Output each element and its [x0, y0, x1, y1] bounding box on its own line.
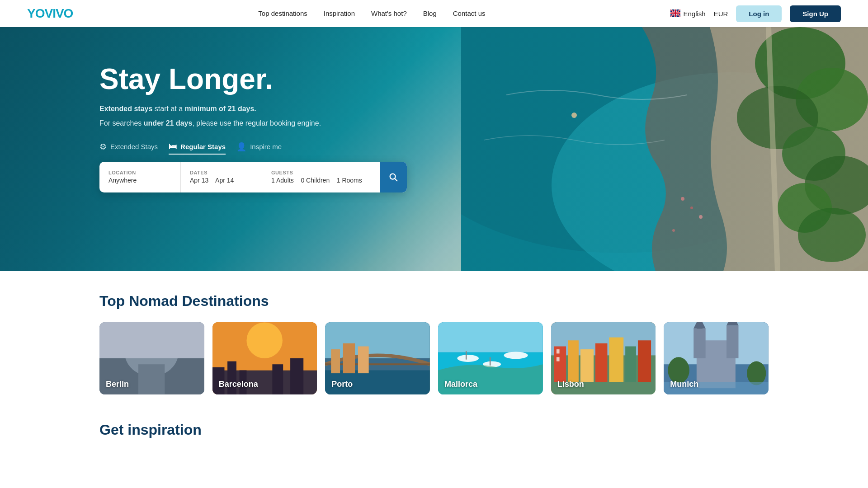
svg-rect-38: [358, 347, 369, 374]
nav-item-inspiration[interactable]: Inspiration: [324, 9, 355, 18]
currency-selector[interactable]: EUR: [714, 10, 728, 18]
mallorca-label: Mallorca: [444, 380, 477, 389]
nav-right: English EUR Log in Sign Up: [670, 5, 841, 22]
svg-rect-36: [331, 349, 340, 373]
svg-rect-51: [580, 349, 594, 382]
regular-stays-icon: 🛏: [169, 142, 177, 151]
svg-rect-33: [325, 322, 430, 358]
svg-rect-22: [99, 322, 204, 358]
svg-point-67: [747, 361, 766, 385]
svg-rect-21: [138, 364, 165, 394]
destination-porto[interactable]: Porto: [325, 322, 430, 394]
nav-item-top-destinations[interactable]: Top destinations: [258, 9, 307, 18]
location-label: Location: [108, 170, 171, 175]
location-field[interactable]: Location Anywhere: [99, 162, 181, 192]
svg-rect-49: [554, 347, 566, 382]
svg-rect-53: [609, 338, 623, 382]
svg-rect-61: [694, 328, 706, 358]
extended-stays-icon: ⚙: [99, 142, 107, 152]
svg-rect-54: [625, 347, 636, 382]
inspire-me-icon: 👤: [236, 142, 246, 152]
destinations-grid: Berlin Barcelona: [99, 322, 769, 394]
guests-field[interactable]: Guests 1 Adults – 0 Children – 1 Rooms: [262, 162, 380, 192]
brand-logo[interactable]: YOVIVO: [27, 6, 73, 21]
lisbon-label: Lisbon: [557, 380, 584, 389]
svg-marker-65: [726, 322, 738, 325]
svg-rect-30: [272, 364, 283, 394]
tab-regular-stays[interactable]: 🛏 Regular Stays: [169, 142, 226, 155]
search-button[interactable]: [380, 162, 407, 192]
svg-rect-62: [726, 325, 738, 358]
svg-rect-31: [290, 358, 303, 394]
guests-label: Guests: [271, 170, 371, 175]
svg-rect-46: [490, 357, 491, 366]
destination-berlin[interactable]: Berlin: [99, 322, 204, 394]
svg-point-26: [246, 323, 282, 358]
hero-section: Stay Longer. Extended stays start at a m…: [0, 27, 868, 271]
svg-rect-45: [466, 351, 467, 360]
svg-point-44: [504, 352, 528, 359]
hero-content: Stay Longer. Extended stays start at a m…: [0, 27, 868, 192]
svg-rect-56: [557, 349, 560, 353]
nav-links: Top destinations Inspiration What's hot?…: [258, 9, 485, 18]
svg-rect-50: [568, 340, 579, 382]
destination-barcelona[interactable]: Barcelona: [212, 322, 317, 394]
language-selector[interactable]: English: [670, 9, 705, 18]
svg-rect-57: [557, 357, 560, 361]
destination-lisbon[interactable]: Lisbon: [551, 322, 656, 394]
svg-rect-40: [438, 322, 543, 352]
signup-button[interactable]: Sign Up: [790, 5, 841, 22]
dates-value: Apr 13 – Apr 14: [190, 177, 253, 184]
inspiration-title: Get inspiration: [0, 413, 868, 438]
language-label: English: [683, 10, 705, 18]
login-button[interactable]: Log in: [736, 5, 782, 22]
nav-item-blog[interactable]: Blog: [423, 9, 437, 18]
munich-label: Munich: [670, 380, 698, 389]
top-destinations-title: Top Nomad Destinations: [99, 293, 769, 310]
svg-rect-37: [343, 343, 355, 373]
svg-rect-55: [638, 340, 651, 382]
svg-rect-28: [227, 361, 236, 394]
top-destinations-section: Top Nomad Destinations Berlin: [0, 271, 868, 413]
barcelona-label: Barcelona: [219, 380, 258, 389]
logo-text: YOVIVO: [27, 6, 73, 20]
tab-inspire-me[interactable]: 👤 Inspire me: [236, 142, 282, 155]
berlin-label: Berlin: [106, 380, 129, 389]
porto-label: Porto: [331, 380, 353, 389]
navbar: YOVIVO Top destinations Inspiration What…: [0, 0, 868, 27]
flag-icon: [670, 9, 680, 18]
hero-subtitle-1: Extended stays start at a minimum of 21 …: [99, 103, 868, 115]
nav-item-whats-hot[interactable]: What's hot?: [371, 9, 407, 18]
svg-line-17: [395, 178, 397, 181]
search-icon: [388, 172, 398, 182]
svg-point-42: [457, 355, 479, 362]
destination-munich[interactable]: Munich: [664, 322, 769, 394]
nav-item-contact-us[interactable]: Contact us: [453, 9, 486, 18]
svg-rect-52: [595, 343, 607, 382]
tab-extended-stays[interactable]: ⚙ Extended Stays: [99, 142, 158, 155]
dates-label: Dates: [190, 170, 253, 175]
hero-subtitle-2: For searches under 21 days, please use t…: [99, 117, 868, 129]
guests-value: 1 Adults – 0 Children – 1 Rooms: [271, 177, 371, 184]
hero-title: Stay Longer.: [99, 63, 868, 95]
location-value: Anywhere: [108, 177, 171, 184]
dates-field[interactable]: Dates Apr 13 – Apr 14: [181, 162, 262, 192]
destination-mallorca[interactable]: Mallorca: [438, 322, 543, 394]
search-bar: Location Anywhere Dates Apr 13 – Apr 14 …: [99, 162, 407, 192]
search-tabs: ⚙ Extended Stays 🛏 Regular Stays 👤 Inspi…: [99, 142, 868, 155]
